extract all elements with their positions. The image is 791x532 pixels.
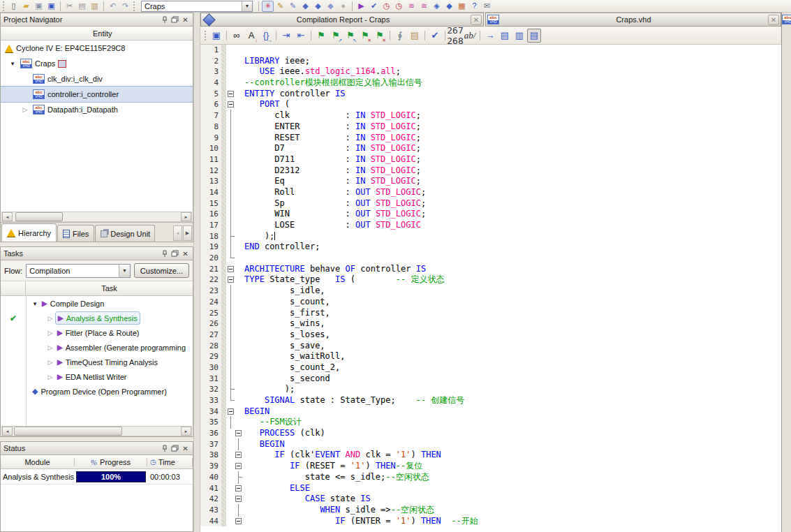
tool-diamond-2-button[interactable]: ◆: [312, 1, 324, 12]
pin-icon[interactable]: [160, 444, 169, 453]
tool-diamond-1-button[interactable]: ◆: [300, 1, 311, 12]
customize-button[interactable]: Customize...: [134, 263, 189, 278]
programmer-button[interactable]: ◆: [443, 1, 455, 12]
stop-button[interactable]: ●: [337, 1, 349, 12]
pin-icon[interactable]: [160, 15, 169, 24]
start-compilation-button[interactable]: ▶: [355, 1, 367, 12]
code-line[interactable]: 36 PROCESS (clk): [200, 428, 781, 439]
tool-diamond-3-button[interactable]: ◆: [325, 1, 337, 12]
code-line[interactable]: 42 CASE state IS: [200, 494, 781, 505]
code-line[interactable]: 29 s_waitRoll,: [200, 351, 781, 362]
task-item[interactable]: ▶Analysis & Synthesis: [55, 311, 140, 325]
code-line[interactable]: 4--controller模块根据框图定义输入输出信号: [200, 77, 781, 89]
close-icon[interactable]: ✕: [181, 444, 190, 453]
code-line[interactable]: 44 IF (ENTER = '1') THEN --开始: [200, 516, 781, 527]
status-row[interactable]: Analysis & Synthesis 100% 00:00:03: [1, 469, 193, 485]
timequest-button[interactable]: ◷: [380, 1, 392, 12]
tab-scroll-left-icon[interactable]: ◂: [173, 226, 182, 241]
code-line[interactable]: 26 s_wins,: [200, 318, 781, 330]
code-line[interactable]: 30 s_count_2,: [200, 362, 781, 374]
toggle-bookmark-button[interactable]: ⚑: [314, 29, 328, 43]
code-line[interactable]: 13 Eq : IN STD_LOGIC;: [200, 176, 781, 187]
code-line[interactable]: 18 );: [200, 231, 781, 242]
code-line[interactable]: 22TYPE State_type IS ( -- 定义状态: [200, 274, 781, 286]
code-line[interactable]: 9 RESET : IN STD_LOGIC;: [200, 133, 781, 144]
timequest-report-button[interactable]: ◷: [393, 1, 405, 12]
fold-minus-icon[interactable]: [235, 450, 244, 461]
tree-item[interactable]: ▾abcVHDCraps: [1, 56, 193, 71]
task-expander-icon[interactable]: ▾: [30, 300, 40, 307]
replace-button[interactable]: A↓: [244, 29, 258, 43]
background-window-sliver[interactable]: abcVHD: [781, 13, 791, 532]
save-button[interactable]: ▣: [33, 1, 45, 12]
code-line[interactable]: 14 Roll : OUT STD_LOGIC;: [200, 187, 781, 198]
fold-minus-icon[interactable]: [228, 99, 236, 110]
tab-scroll-right-icon[interactable]: ▶: [183, 226, 192, 241]
task-item[interactable]: ▶EDA Netlist Writer: [55, 370, 129, 383]
tasks-hscrollbar[interactable]: ◂ ▸: [1, 426, 192, 436]
scroll-thumb[interactable]: [14, 427, 122, 436]
code-line[interactable]: 24 s_count,: [200, 297, 781, 308]
new-file-button[interactable]: ▯: [8, 1, 20, 12]
task-item[interactable]: ▶Assembler (Generate programming: [55, 341, 188, 354]
tree-item[interactable]: Cyclone IV E: EP4CE115F29C8: [1, 40, 193, 56]
tree-item[interactable]: ▷abcVHDDatapath:i_Datapath: [1, 102, 193, 117]
code-line[interactable]: 23 s_idle,: [200, 286, 781, 297]
code-line[interactable]: 3 USE ieee.std_logic_1164.all;: [200, 66, 781, 77]
compilation-report-button[interactable]: ◈: [431, 1, 443, 12]
craps-vhd-window-titlebar[interactable]: abcVHD Craps.vhd ✕: [485, 13, 781, 27]
task-item[interactable]: ▶TimeQuest Timing Analysis: [55, 355, 160, 369]
fold-minus-icon[interactable]: [235, 516, 244, 527]
task-row[interactable]: ▾▶Compile Design: [1, 296, 193, 311]
device-button[interactable]: ▦: [456, 1, 468, 12]
scroll-left-icon[interactable]: ◂: [2, 212, 13, 221]
code-line[interactable]: 6 PORT (: [200, 99, 781, 110]
dock-splitter[interactable]: [193, 13, 200, 532]
fold-minus-icon[interactable]: [228, 274, 236, 286]
task-row[interactable]: ✔▷▶Analysis & Synthesis: [1, 311, 193, 325]
next-bookmark-button[interactable]: ⚑↗: [329, 29, 343, 43]
code-line[interactable]: 40 state <= s_idle;--空闲状态: [200, 472, 781, 483]
status-column-headers[interactable]: Module %Progress ◷Time: [1, 455, 193, 469]
code-line[interactable]: 17 LOSE : OUT STD_LOGIC: [200, 220, 781, 231]
code-line[interactable]: 19END controller;: [200, 242, 781, 253]
task-column-header[interactable]: Task: [1, 281, 193, 296]
decrease-indent-button[interactable]: ⇤: [294, 29, 308, 43]
task-item[interactable]: ▶Compile Design: [40, 297, 106, 310]
task-expander-icon[interactable]: ▷: [45, 315, 55, 322]
start-analysis-button[interactable]: ✔: [368, 1, 380, 12]
help-button[interactable]: ?: [468, 1, 480, 12]
code-line[interactable]: 41 ELSE: [200, 483, 781, 494]
fold-minus-icon[interactable]: [228, 406, 236, 418]
code-line[interactable]: 20: [200, 253, 781, 264]
tree-expander-icon[interactable]: ▾: [8, 60, 17, 67]
redo-button[interactable]: ↷: [119, 1, 131, 12]
code-line[interactable]: 38 IF (clk'EVENT AND clk = '1') THEN: [200, 450, 781, 461]
code-line[interactable]: 35 --FSM设计: [200, 417, 781, 428]
cut-button[interactable]: ✂: [64, 1, 75, 12]
task-row[interactable]: ◆Program Device (Open Programmer): [1, 384, 193, 399]
rtl-viewer-button[interactable]: ≋: [418, 1, 430, 12]
code-line[interactable]: 21ARCHITECTURE behave OF controller IS: [200, 264, 781, 275]
close-icon[interactable]: ✕: [768, 15, 779, 25]
match-brace-button[interactable]: {}→: [259, 29, 273, 43]
netlist-viewer-button[interactable]: ≋: [406, 1, 417, 12]
code-line[interactable]: 37 BEGIN: [200, 439, 781, 450]
flow-select[interactable]: Compilation ▼: [26, 264, 131, 278]
code-line[interactable]: 15 Sp : OUT STD_LOGIC;: [200, 198, 781, 209]
task-expander-icon[interactable]: ▷: [45, 359, 55, 366]
copy-button[interactable]: ▤: [76, 1, 88, 12]
code-line[interactable]: 11 D711 : IN STD_LOGIC;: [200, 154, 781, 165]
tree-item[interactable]: abcVHDcontroller:i_controller: [1, 87, 193, 102]
close-icon[interactable]: ✕: [181, 249, 190, 258]
fold-minus-icon[interactable]: [228, 264, 236, 275]
task-row[interactable]: ▷▶TimeQuest Timing Analysis: [1, 355, 193, 369]
view-split-button[interactable]: ▤: [527, 29, 541, 43]
scroll-thumb[interactable]: [15, 212, 63, 221]
find-button[interactable]: ∞: [230, 29, 244, 43]
code-line[interactable]: 31 s_second: [200, 374, 781, 385]
scroll-left-icon[interactable]: ◂: [2, 427, 13, 436]
tab-design-unit[interactable]: Design Unit: [95, 225, 155, 242]
float-window-icon[interactable]: [170, 15, 179, 24]
feedback-button[interactable]: ✉: [481, 1, 493, 12]
